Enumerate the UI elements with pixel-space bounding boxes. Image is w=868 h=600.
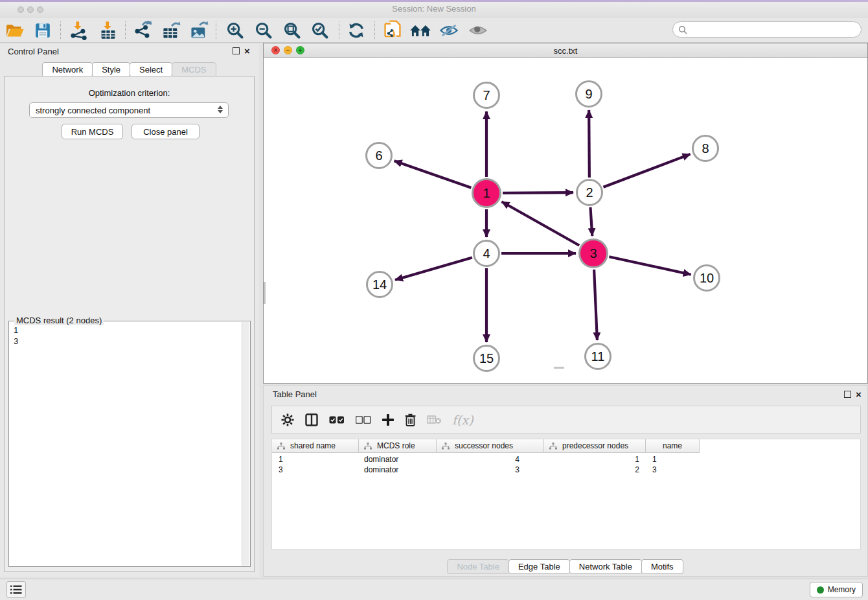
export-image-button[interactable] [188,19,210,41]
edge-1-6[interactable] [394,161,472,188]
search-input[interactable] [691,25,861,35]
export-network-button[interactable] [131,19,154,41]
column-label: name [663,441,682,450]
column-header-MCDS-role[interactable]: MCDS role [359,439,437,453]
graph-node-6[interactable]: 6 [365,142,393,169]
zoom-selected-button[interactable] [309,19,331,41]
criterion-select[interactable]: strongly connected component [29,102,229,118]
graph-node-7[interactable]: 7 [473,82,500,109]
select-all-button[interactable] [329,416,345,424]
tab-network-table[interactable]: Network Table [569,559,642,574]
graph-node-4[interactable]: 4 [473,240,500,267]
close-panel-button[interactable]: Close panel [131,124,200,139]
table-cell[interactable]: 1 [272,454,359,465]
main-toolbar [0,18,868,43]
zoom-fit-button[interactable] [281,19,303,41]
edge-2-8[interactable] [604,154,691,187]
table-toolbar: f(x) [271,406,861,433]
edge-2-9[interactable] [589,110,589,178]
table-panel: Table Panel × [263,385,868,577]
float-panel-icon[interactable] [233,47,240,54]
table-cell[interactable]: dominator [359,454,437,465]
tab-edge-table[interactable]: Edge Table [508,559,570,574]
edge-3-10[interactable] [609,257,691,274]
refresh-button[interactable] [345,19,367,41]
clone-network-button[interactable] [382,19,404,41]
graph-node-15[interactable]: 15 [473,345,500,372]
search-box[interactable] [672,21,862,38]
graph-node-3[interactable]: 3 [578,238,608,268]
zoom-in-button[interactable] [224,19,246,41]
edge-1-2[interactable] [503,192,573,193]
hide-selected-button[interactable] [438,19,460,41]
graph-node-11[interactable]: 11 [584,343,611,370]
tab-motifs[interactable]: Motifs [641,559,683,574]
table-cell[interactable]: dominator [359,465,437,475]
table-cell[interactable]: 1 [544,454,646,465]
graph-node-2[interactable]: 2 [576,179,603,206]
show-columns-button[interactable] [305,413,318,426]
close-panel-icon[interactable]: × [244,47,250,54]
add-column-button[interactable] [382,414,394,426]
tab-select[interactable]: Select [130,62,172,77]
graph-node-9[interactable]: 9 [575,80,602,108]
table-cell[interactable]: 3 [272,465,359,475]
control-panel-tabs: NetworkStyleSelectMCDS [0,62,259,77]
table-cell[interactable]: 3 [646,465,700,475]
float-table-panel-icon[interactable] [844,391,851,398]
criterion-value: strongly connected component [36,106,150,115]
table-cell[interactable]: 3 [437,465,544,475]
column-header-shared-name[interactable]: shared name [272,439,359,453]
show-all-button[interactable] [467,19,489,41]
tab-style[interactable]: Style [92,62,130,77]
import-table-button[interactable] [97,19,119,41]
network-canvas[interactable]: 7968124314101511 [264,58,867,383]
graph-node-1[interactable]: 1 [472,178,501,208]
table-settings-button[interactable] [281,413,294,426]
column-header-successor-nodes[interactable]: successor nodes [437,439,544,453]
vertical-scrollbar[interactable] [264,282,266,304]
open-file-button[interactable] [4,19,26,41]
control-panel: Control Panel × NetworkStyleSelectMCDS O… [0,44,259,577]
deselect-all-button[interactable] [356,416,371,424]
graph-node-10[interactable]: 10 [693,264,720,292]
edge-3-11[interactable] [594,270,597,340]
table-row[interactable]: 3dominator323 [272,465,700,475]
edge-4-14[interactable] [395,257,472,280]
column-header-predecessor-nodes[interactable]: predecessor nodes [544,439,646,453]
table-row[interactable]: 1dominator411 [272,454,700,465]
memory-status-icon [817,586,824,594]
edge-2-3[interactable] [590,207,592,236]
memory-button[interactable]: Memory [810,582,863,597]
delete-table-button-disabled [427,415,441,424]
first-neighbors-button[interactable] [409,19,431,41]
graph-node-8[interactable]: 8 [692,135,719,162]
delete-column-button[interactable] [405,413,416,426]
save-session-button[interactable] [32,19,54,41]
toolbar-separator [125,21,126,39]
table-cell[interactable]: 1 [646,454,700,465]
tab-node-table[interactable]: Node Table [447,559,509,574]
column-header-name[interactable]: name [646,439,700,453]
export-table-button[interactable] [160,19,182,41]
table-cell[interactable]: 4 [437,454,544,465]
save-icon [34,22,51,39]
mcds-result-group: MCDS result (2 nodes) 13 [8,321,251,567]
tab-network[interactable]: Network [42,62,93,77]
network-window: × − + scc.txt 7968124314101511 [263,43,868,384]
edge-3-1[interactable] [502,202,580,245]
table-cell[interactable]: 2 [544,465,646,475]
open-file-icon [5,22,25,39]
horizontal-scrollbar[interactable] [554,367,564,369]
run-mcds-button[interactable]: Run MCDS [62,124,123,139]
result-scrollbar[interactable] [242,322,249,566]
show-panels-button[interactable] [6,581,26,598]
application-window: Session: New Session [0,0,868,600]
memory-label: Memory [828,585,856,594]
close-table-panel-icon[interactable]: × [856,391,862,398]
graph-node-14[interactable]: 14 [366,271,393,298]
tab-mcds[interactable]: MCDS [172,62,216,77]
import-network-button[interactable] [67,19,89,41]
zoom-out-button[interactable] [253,19,275,41]
toolbar-separator [374,21,375,39]
